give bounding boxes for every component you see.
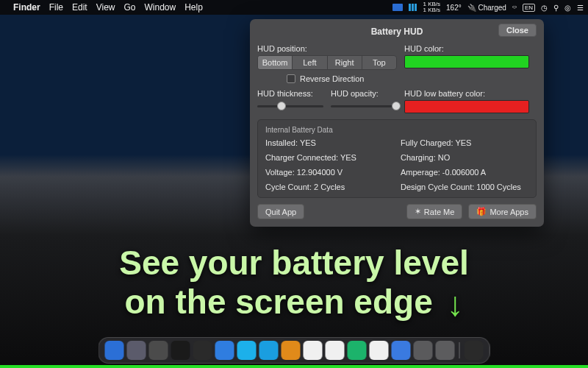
quit-app-button[interactable]: Quit App <box>257 204 304 219</box>
arrow-down-icon: ↓ <box>447 285 464 324</box>
menubar-app[interactable]: Finder <box>13 2 40 13</box>
window-titlebar[interactable]: Battery HUD Close <box>257 24 537 40</box>
promo-line-2: on the screen edge <box>124 283 432 321</box>
menubar-left: Finder File Edit View Go Window Help <box>4 2 203 13</box>
keyboard-icon[interactable]: EN <box>523 4 535 12</box>
dock-app-icon[interactable] <box>259 341 279 360</box>
dock-app-icon[interactable] <box>465 341 484 360</box>
promo-text: See your battery level on the screen edg… <box>0 244 588 324</box>
temp-readout[interactable]: 162° <box>446 4 462 12</box>
dock-app-icon[interactable] <box>370 341 389 360</box>
battery-design-cycles: Design Cycle Count: 1000 Cycles <box>401 183 528 191</box>
dock <box>98 337 490 364</box>
menubar-item[interactable]: Edit <box>72 2 87 13</box>
dock-app-icon[interactable] <box>392 341 411 360</box>
gift-icon: 🎁 <box>476 207 487 216</box>
battery-amperage: Amperage: -0.006000 A <box>401 168 528 177</box>
dock-app-icon[interactable] <box>282 341 301 360</box>
battery-data-panel: Internal Battery Data Installed: YES Ful… <box>257 119 537 198</box>
battery-charging: Charging: NO <box>401 153 528 162</box>
hud-position-segmented[interactable]: Bottom Left Right Top <box>257 55 397 70</box>
menubar-item[interactable]: Window <box>145 2 176 13</box>
dock-app-icon[interactable] <box>304 341 323 360</box>
hud-color-swatch[interactable] <box>404 55 529 68</box>
spotlight-icon[interactable]: ⚲ <box>553 4 559 12</box>
hud-position-label: HUD position: <box>257 44 397 53</box>
dock-app-icon[interactable] <box>171 341 190 360</box>
menubar: Finder File Edit View Go Window Help 1 K… <box>0 0 588 15</box>
position-top[interactable]: Top <box>362 56 396 69</box>
rate-me-button[interactable]: ✶ Rate Me <box>406 204 463 219</box>
wifi-icon[interactable]: ⌔ <box>512 4 517 12</box>
battery-fully-charged: Fully Charged: YES <box>401 138 528 147</box>
dock-app-icon[interactable] <box>414 341 433 360</box>
hud-low-color-swatch[interactable] <box>404 100 529 113</box>
dock-app-icon[interactable] <box>348 341 367 360</box>
battery-hud-bar <box>0 365 588 368</box>
battery-data-title: Internal Battery Data <box>265 126 528 134</box>
hud-thickness-slider[interactable] <box>257 100 323 112</box>
star-icon: ✶ <box>415 207 421 216</box>
hud-opacity-label: HUD opacity: <box>331 89 397 98</box>
net-speed[interactable]: 1 KB/s 1 KB/s <box>423 1 440 13</box>
siri-icon[interactable]: ◎ <box>564 4 571 12</box>
position-bottom[interactable]: Bottom <box>258 56 293 69</box>
close-button[interactable]: Close <box>498 24 537 37</box>
battery-voltage: Voltage: 12.904000 V <box>265 168 393 177</box>
reverse-direction-checkbox[interactable] <box>287 74 295 83</box>
promo-line-1: See your battery level <box>0 244 588 283</box>
menubar-item[interactable]: Go <box>124 2 136 13</box>
dock-app-icon[interactable] <box>105 341 124 360</box>
hud-thickness-label: HUD thickness: <box>257 89 323 98</box>
dock-app-icon[interactable] <box>237 341 257 360</box>
hud-opacity-slider[interactable] <box>331 100 397 112</box>
hud-low-color-label: HUD low battery color: <box>404 89 537 98</box>
menubar-item[interactable]: File <box>49 2 63 13</box>
position-left[interactable]: Left <box>293 56 327 69</box>
hud-color-label: HUD color: <box>404 44 537 53</box>
battery-hud-window: Battery HUD Close HUD position: Bottom L… <box>250 19 544 227</box>
dock-app-icon[interactable] <box>436 341 455 360</box>
menubar-item[interactable]: View <box>96 2 115 13</box>
battery-charger: Charger Connected: YES <box>265 153 393 162</box>
cpu-meter-icon[interactable] <box>409 4 417 11</box>
position-right[interactable]: Right <box>328 56 362 69</box>
dock-app-icon[interactable] <box>326 341 345 360</box>
menubar-item[interactable]: Help <box>184 2 203 13</box>
battery-cycles: Cycle Count: 2 Cycles <box>265 183 393 191</box>
more-apps-button[interactable]: 🎁 More Apps <box>468 204 537 219</box>
dock-app-icon[interactable] <box>193 341 212 360</box>
menubar-right: 1 KB/s 1 KB/s 162° 🔌 Charged ⌔ EN ◷ ⚲ ◎ … <box>392 1 584 13</box>
notification-center-icon[interactable]: ☰ <box>577 4 584 12</box>
more-apps-label: More Apps <box>490 208 528 216</box>
menubar-status-icon[interactable] <box>392 4 403 11</box>
rate-me-label: Rate Me <box>424 208 455 216</box>
dock-app-icon[interactable] <box>149 341 168 360</box>
reverse-direction-label: Reverse Direction <box>300 74 364 83</box>
dock-app-icon[interactable] <box>127 341 146 360</box>
window-title: Battery HUD <box>371 26 423 37</box>
clock-icon[interactable]: ◷ <box>541 4 548 12</box>
battery-installed: Installed: YES <box>265 138 393 147</box>
dock-app-icon[interactable] <box>215 341 234 360</box>
battery-status[interactable]: 🔌 Charged <box>467 4 506 12</box>
